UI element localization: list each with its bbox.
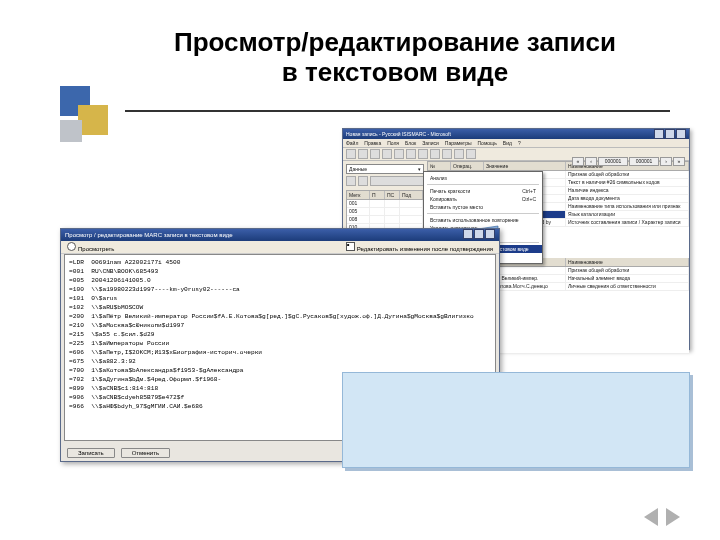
callout-box <box>342 372 690 468</box>
left-toolbar-field[interactable] <box>370 176 424 186</box>
toolbar-button[interactable] <box>358 149 368 159</box>
record-pager[interactable]: « ‹ 000001 000001 › » <box>572 157 685 166</box>
window-buttons[interactable] <box>653 129 686 139</box>
view-radio[interactable]: Просмотреть <box>67 242 114 252</box>
toolbar-button[interactable] <box>370 149 380 159</box>
context-menu-item[interactable]: Анализ <box>424 174 542 182</box>
pager-first[interactable]: « <box>572 157 584 166</box>
fields-header: Под <box>400 191 423 199</box>
context-menu-item[interactable]: Печать краткостиCtrl+T <box>424 187 542 195</box>
nav-prev-icon[interactable] <box>644 508 658 526</box>
grid-header: Операц. <box>451 162 484 170</box>
main-titlebar: Новая запись - Русский ISISMARC - Micros… <box>343 129 689 139</box>
chevron-down-icon: ▾ <box>418 166 421 172</box>
confirm-checkbox-label: Редактировать изменения после подтвержде… <box>357 246 493 252</box>
save-button[interactable]: Записать <box>67 448 115 458</box>
toolbar-button[interactable] <box>430 149 440 159</box>
editor-title-text: Просмотр / редактирование MARC записи в … <box>65 229 233 241</box>
title-hr <box>125 110 670 112</box>
pager-last[interactable]: » <box>673 157 685 166</box>
fields-row[interactable]: 005 <box>347 208 423 216</box>
toolbar-button[interactable] <box>418 149 428 159</box>
confirm-checkbox[interactable]: Редактировать изменения после подтвержде… <box>346 242 493 252</box>
context-menu-item[interactable]: Вставить пустое место <box>424 203 542 211</box>
pager-prev[interactable]: ‹ <box>585 157 597 166</box>
slide-nav[interactable] <box>644 508 680 526</box>
menu-item[interactable]: ? <box>518 139 521 147</box>
left-toolbar-button[interactable] <box>346 176 356 186</box>
menu-item[interactable]: Правка <box>364 139 381 147</box>
grid-header: Значение <box>484 162 566 170</box>
fields-row[interactable]: 001 <box>347 200 423 208</box>
menu-item[interactable]: Вид <box>503 139 512 147</box>
toolbar-button[interactable] <box>394 149 404 159</box>
grid-header: Наименование <box>566 258 689 266</box>
toolbar-button[interactable] <box>466 149 476 159</box>
data-dropdown[interactable]: Данные▾ <box>346 164 424 174</box>
dropdown-label: Данные <box>349 166 367 172</box>
fields-row[interactable]: 008 <box>347 216 423 224</box>
nav-next-icon[interactable] <box>666 508 680 526</box>
grid-header: № <box>428 162 451 170</box>
toolbar-button[interactable] <box>406 149 416 159</box>
menu-item[interactable]: Параметры <box>445 139 472 147</box>
menu-item[interactable]: Помощь <box>478 139 497 147</box>
menu-item[interactable]: Файл <box>346 139 358 147</box>
main-menubar[interactable]: Файл Правка Поля Блок Записи Параметры П… <box>343 139 689 148</box>
editor-options: Просмотреть Редактировать изменения посл… <box>61 241 499 254</box>
toolbar-button[interactable] <box>382 149 392 159</box>
editor-titlebar: Просмотр / редактирование MARC записи в … <box>61 229 499 241</box>
toolbar-button[interactable] <box>454 149 464 159</box>
view-radio-label: Просмотреть <box>78 246 114 252</box>
toolbar-button[interactable] <box>442 149 452 159</box>
menu-item[interactable]: Поля <box>387 139 399 147</box>
fields-header: Метк <box>347 191 370 199</box>
pager-current[interactable]: 000001 <box>598 157 628 166</box>
toolbar-button[interactable] <box>346 149 356 159</box>
left-toolbar-button[interactable] <box>358 176 368 186</box>
context-menu-item[interactable]: Вставить использованное повторение <box>424 216 542 224</box>
fields-header: ПС <box>385 191 400 199</box>
cancel-button[interactable]: Отменить <box>121 448 170 458</box>
pager-total: 000001 <box>629 157 659 166</box>
menu-item[interactable]: Записи <box>422 139 439 147</box>
title-line-1: Просмотр/редактирование записи <box>174 27 616 57</box>
pager-next[interactable]: › <box>660 157 672 166</box>
deco-square-grey <box>60 120 82 142</box>
context-menu-item[interactable]: КопироватьCtrl+C <box>424 195 542 203</box>
title-line-2: в текстовом виде <box>282 57 508 87</box>
fields-header: П <box>370 191 385 199</box>
slide-title: Просмотр/редактирование записи в текстов… <box>110 28 680 88</box>
deco-square-gold <box>78 105 108 135</box>
menu-item[interactable]: Блок <box>405 139 416 147</box>
main-title-text: Новая запись - Русский ISISMARC - Micros… <box>346 129 451 139</box>
window-buttons[interactable] <box>462 229 495 241</box>
